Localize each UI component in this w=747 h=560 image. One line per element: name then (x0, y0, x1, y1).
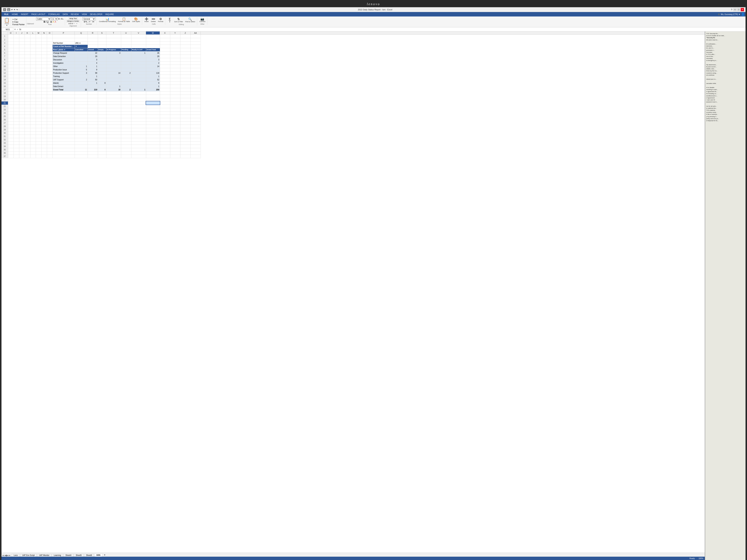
add-sheet-btn[interactable]: + (103, 553, 106, 557)
cell-t2[interactable] (106, 38, 121, 41)
minimize-button[interactable]: — (733, 8, 737, 11)
cell-i1[interactable] (14, 35, 19, 38)
camera-button[interactable]: 📷 Camera (199, 17, 206, 23)
align-right-button[interactable]: ≡ (72, 22, 73, 25)
find-select-button[interactable]: 🔍 Find & Select (184, 18, 196, 23)
col-q-header[interactable]: Q (75, 31, 87, 34)
col-k-header[interactable]: K (25, 31, 30, 34)
cell-n2[interactable] (41, 38, 47, 41)
cell-m4[interactable] (36, 45, 41, 48)
col-x-header[interactable]: X (160, 31, 170, 34)
cell-j4[interactable] (19, 45, 25, 48)
cell-o2[interactable] (47, 38, 52, 41)
cell-s3[interactable] (98, 41, 106, 45)
pivot-grand-total-label[interactable]: Grand Total (52, 88, 75, 91)
pivot-filter-value[interactable]: (All) ▼ (75, 41, 87, 45)
cell-n4[interactable] (41, 45, 47, 48)
cell-h3[interactable] (8, 41, 14, 45)
cell-q2[interactable] (75, 38, 87, 41)
cell-l3[interactable] (30, 41, 36, 45)
qat-undo-arrow[interactable]: ▼ (14, 9, 16, 10)
cell-t1[interactable] (106, 35, 121, 38)
filter-dropdown-arrow[interactable]: ▼ (79, 42, 81, 44)
tab-sheet5[interactable]: Sheet5 (74, 554, 84, 557)
cell-o4[interactable] (47, 45, 52, 48)
cell-q1[interactable] (75, 35, 87, 38)
col-z-header[interactable]: Z (180, 31, 190, 34)
cell-r4[interactable] (87, 45, 98, 48)
page-layout-menu[interactable]: PAGE LAYOUT (30, 13, 47, 16)
sum-button[interactable]: Σ ▼ (167, 17, 173, 23)
cell-k2[interactable] (25, 38, 30, 41)
bold-button[interactable]: B (44, 21, 45, 23)
insert-cells-button[interactable]: ➕ Insert (144, 17, 150, 23)
cell-u3[interactable] (121, 41, 131, 45)
cell-k5[interactable] (25, 48, 30, 51)
pivot-row-6-in-progress[interactable]: 3 (106, 51, 121, 55)
col-v-header[interactable]: V (131, 31, 146, 34)
cell-h1[interactable] (8, 35, 14, 38)
cell-m2[interactable] (36, 38, 41, 41)
pivot-col-row-labels[interactable]: Row Labels ▼ (52, 48, 75, 51)
cell-n3[interactable] (41, 41, 47, 45)
cell-n1[interactable] (41, 35, 47, 38)
cell-z5[interactable] (180, 48, 190, 51)
col-m-header[interactable]: M (36, 31, 41, 34)
font-size-select[interactable]: 11 (51, 17, 58, 21)
cell-x2[interactable] (160, 38, 170, 41)
col-j-header[interactable]: J (19, 31, 25, 34)
cell-aa5[interactable] (190, 48, 201, 51)
col-r-header[interactable]: R (87, 31, 98, 34)
col-y-header[interactable]: Y (170, 31, 180, 34)
pivot-row-6-empty[interactable] (98, 51, 106, 55)
cell-n5[interactable] (41, 48, 47, 51)
cell-h5[interactable] (8, 48, 14, 51)
cell-r3[interactable] (87, 41, 98, 45)
cell-w1[interactable] (146, 35, 160, 38)
cell-y3[interactable] (170, 41, 180, 45)
font-name-select[interactable]: Calibri (36, 17, 51, 21)
cell-j3[interactable] (19, 41, 25, 45)
align-left-button[interactable]: ≡ (69, 22, 70, 25)
merge-center-button[interactable]: Merge & Center (67, 20, 80, 22)
comma-button[interactable]: , (87, 21, 88, 23)
cell-p1[interactable] (52, 35, 75, 38)
cell-l1[interactable] (30, 35, 36, 38)
increase-decimal-button[interactable]: .00 (92, 21, 94, 23)
col-n-header[interactable]: N (41, 31, 47, 34)
home-menu[interactable]: HOME (10, 13, 20, 16)
review-menu[interactable]: REVIEW (69, 13, 80, 16)
view-menu[interactable]: VIEW (80, 13, 88, 16)
pivot-row-6-pending[interactable] (121, 51, 131, 55)
cell-aa2[interactable] (190, 38, 201, 41)
cell-z2[interactable] (180, 38, 190, 41)
dollar-button[interactable]: $ (84, 21, 85, 23)
grid-scroll[interactable]: 1 (1, 35, 705, 553)
pivot-row-6-label[interactable]: Change Request (52, 51, 75, 55)
sort-filter-button[interactable]: ⇅ Sort & Filter (174, 18, 184, 23)
cell-l2[interactable] (30, 38, 36, 41)
col-i-header[interactable]: I (14, 31, 19, 34)
col-s-header[interactable]: S (98, 31, 106, 34)
wrap-text-button[interactable]: Wrap Text (69, 17, 77, 20)
cell-r1[interactable] (87, 35, 98, 38)
inquire-menu[interactable]: INQUIRE (104, 13, 115, 16)
cell-reference-box[interactable] (2, 28, 14, 31)
cell-o5[interactable] (47, 48, 52, 51)
pivot-col-empty[interactable]: Empty (98, 48, 106, 51)
pivot-count-icon[interactable]: ▼ (75, 45, 87, 48)
cell-i5[interactable] (14, 48, 19, 51)
cell-s1[interactable] (98, 35, 106, 38)
decrease-font-button[interactable]: A↓ (61, 18, 64, 20)
col-t-header[interactable]: T (106, 31, 121, 34)
pivot-count-label[interactable]: Count of Ref Number - (52, 45, 75, 48)
cell-u4[interactable] (121, 45, 131, 48)
pivot-row-6-total[interactable]: 26 (146, 51, 160, 55)
increase-font-button[interactable]: A↑ (58, 18, 61, 20)
cell-y1[interactable] (170, 35, 180, 38)
pivot-filter-label[interactable]: Ref Number (52, 41, 75, 45)
fx-label[interactable]: fx (19, 28, 21, 31)
cell-w2[interactable] (146, 38, 160, 41)
cell-i3[interactable] (14, 41, 19, 45)
cell-y5[interactable] (170, 48, 180, 51)
